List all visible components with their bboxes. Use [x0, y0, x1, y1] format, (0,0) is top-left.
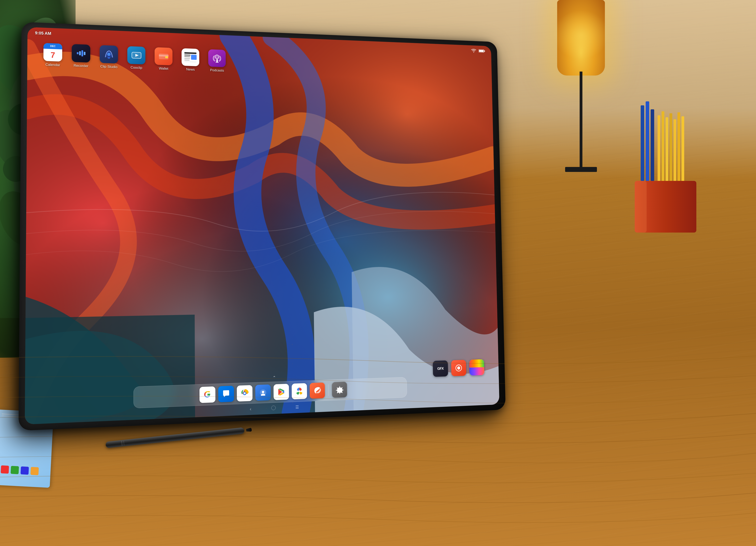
wifi-icon — [471, 49, 476, 53]
svg-rect-34 — [82, 50, 83, 56]
svg-rect-11 — [651, 109, 654, 181]
svg-rect-30 — [484, 51, 485, 52]
status-time: 9:05 AM — [35, 31, 51, 36]
svg-rect-18 — [681, 116, 684, 183]
dock-app-chrome[interactable] — [237, 385, 252, 401]
svg-rect-33 — [79, 51, 81, 55]
svg-rect-45 — [184, 56, 190, 57]
svg-rect-10 — [646, 101, 649, 181]
svg-rect-20 — [635, 181, 647, 233]
stylus-body — [105, 427, 245, 448]
app-wallet[interactable]: Wallet — [155, 47, 172, 71]
app-podcasts[interactable]: Podcasts — [208, 49, 226, 73]
dock-app-photos[interactable] — [292, 383, 307, 399]
app-recorder[interactable]: Recorder — [72, 44, 90, 68]
svg-rect-31 — [479, 50, 484, 52]
battery-icon — [479, 49, 485, 53]
svg-rect-41 — [165, 56, 168, 58]
svg-rect-9 — [641, 105, 644, 181]
dock-app-messages[interactable] — [218, 386, 234, 402]
nav-recents-button[interactable]: ☰ — [295, 405, 299, 410]
dock-app-google[interactable] — [199, 386, 215, 403]
app-calendar[interactable]: DEC 7 Calendar — [43, 43, 62, 67]
dock-app-settings[interactable] — [332, 382, 347, 398]
tablet-device: 9:05 AM — [30, 30, 567, 447]
svg-rect-46 — [191, 55, 197, 60]
tablet-shell: 9:05 AM — [18, 22, 506, 431]
app-gfx[interactable]: GFX — [433, 360, 448, 377]
svg-rect-17 — [677, 112, 680, 183]
svg-rect-13 — [662, 111, 664, 183]
dock-separator — [328, 384, 328, 396]
pen-holder-svg — [629, 95, 708, 235]
app-camera-style[interactable] — [451, 360, 466, 376]
svg-rect-51 — [216, 59, 218, 62]
svg-rect-14 — [666, 117, 668, 183]
svg-point-54 — [457, 366, 460, 369]
lamp-base — [565, 167, 597, 172]
nav-home-button[interactable] — [271, 405, 276, 410]
svg-rect-35 — [84, 52, 86, 55]
svg-rect-32 — [77, 52, 79, 54]
app-palette[interactable] — [469, 359, 484, 375]
dock-app-playstore[interactable] — [273, 384, 289, 400]
app-grid-right: GFX — [433, 359, 484, 377]
app-cooclip[interactable]: Cooclip — [127, 46, 145, 70]
stylus — [105, 425, 249, 451]
svg-rect-16 — [673, 119, 676, 183]
nav-back-button[interactable]: ‹ — [250, 406, 251, 412]
svg-rect-52 — [216, 62, 219, 62]
stylus-tip — [246, 428, 252, 432]
dock-app-assistant[interactable] — [255, 384, 271, 401]
status-icons — [471, 49, 485, 53]
tablet-bezel: 9:05 AM — [25, 27, 499, 424]
svg-rect-12 — [658, 115, 660, 183]
lamp-pole — [580, 72, 582, 171]
tablet-screen: 9:05 AM — [25, 27, 499, 424]
app-news[interactable]: News — [182, 48, 199, 72]
app-clip-studio[interactable]: Clip Studio — [100, 45, 118, 69]
svg-rect-15 — [670, 113, 672, 183]
dock-app-swift[interactable] — [310, 382, 325, 399]
wallpaper — [25, 27, 499, 424]
